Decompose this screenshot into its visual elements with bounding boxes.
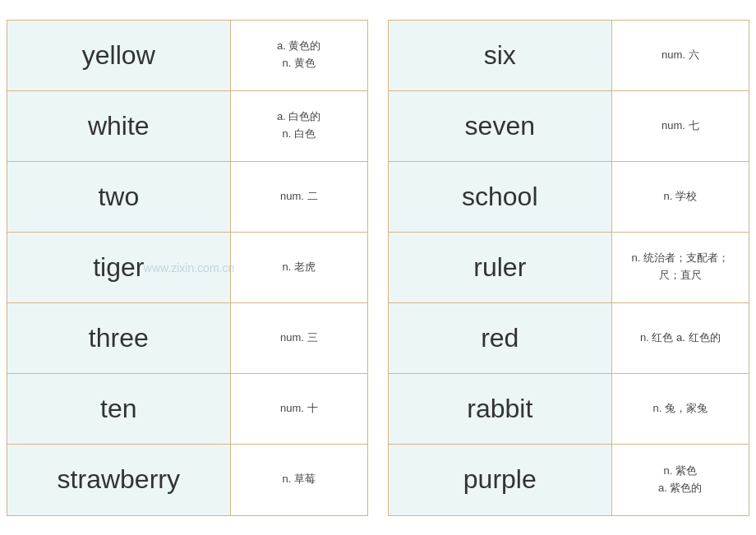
definition-cell: num. 二 bbox=[231, 162, 367, 232]
word-cell: white bbox=[7, 91, 231, 161]
definition-cell: n. 统治者；支配者；尺；直尺 bbox=[612, 233, 749, 302]
definition-cell: n. 老虎 bbox=[231, 233, 367, 302]
definition-text: n. 兔，家兔 bbox=[653, 400, 708, 417]
word-text: three bbox=[89, 323, 149, 353]
definition-text: n. 红色 a. 红色的 bbox=[640, 330, 721, 347]
flashcard-tiger: tigern. 老虎 bbox=[7, 233, 367, 303]
word-cell: two bbox=[7, 162, 231, 232]
definition-cell: n. 草莓 bbox=[231, 445, 367, 515]
flashcard-school: schooln. 学校 bbox=[389, 162, 749, 233]
definition-cell: a. 黄色的n. 黄色 bbox=[231, 21, 367, 90]
word-text: ruler bbox=[473, 252, 526, 283]
word-cell: yellow bbox=[7, 21, 231, 90]
flashcard-purple: purplen. 紫色a. 紫色的 bbox=[389, 445, 749, 515]
definition-cell: n. 紫色a. 紫色的 bbox=[612, 445, 749, 515]
definition-text: n. 统治者；支配者；尺；直尺 bbox=[622, 250, 739, 284]
definition-text: num. 二 bbox=[280, 188, 318, 205]
word-cell: seven bbox=[389, 91, 612, 161]
word-cell: school bbox=[389, 162, 612, 232]
word-cell: rabbit bbox=[389, 374, 612, 444]
flashcard-white: whitea. 白色的n. 白色 bbox=[7, 91, 367, 162]
word-cell: three bbox=[7, 303, 231, 373]
word-cell: red bbox=[389, 303, 612, 373]
flashcard-container: yellowa. 黄色的n. 黄色whitea. 白色的n. 白色twonum.… bbox=[0, 13, 756, 523]
word-cell: tiger bbox=[7, 233, 231, 302]
flashcard-strawberry: strawberryn. 草莓 bbox=[7, 445, 367, 515]
definition-text: n. 学校 bbox=[664, 188, 697, 205]
definition-text: num. 三 bbox=[280, 330, 318, 347]
word-cell: purple bbox=[389, 445, 612, 515]
word-text: ten bbox=[100, 394, 136, 424]
word-text: red bbox=[481, 323, 519, 353]
word-text: yellow bbox=[82, 40, 155, 71]
word-text: six bbox=[484, 40, 516, 71]
flashcard-ruler: rulern. 统治者；支配者；尺；直尺 bbox=[389, 233, 749, 303]
word-text: strawberry bbox=[58, 464, 180, 495]
definition-cell: a. 白色的n. 白色 bbox=[231, 91, 367, 161]
word-text: tiger bbox=[93, 252, 144, 283]
definition-text: num. 七 bbox=[662, 118, 699, 135]
word-cell: ten bbox=[7, 374, 231, 444]
flashcard-yellow: yellowa. 黄色的n. 黄色 bbox=[7, 21, 367, 91]
word-cell: strawberry bbox=[7, 445, 231, 515]
word-text: school bbox=[462, 182, 538, 212]
definition-cell: n. 兔，家兔 bbox=[612, 374, 749, 444]
definition-cell: num. 六 bbox=[612, 21, 749, 90]
definition-cell: n. 红色 a. 红色的 bbox=[612, 303, 749, 373]
word-cell: ruler bbox=[389, 233, 612, 302]
left-column: yellowa. 黄色的n. 黄色whitea. 白色的n. 白色twonum.… bbox=[7, 20, 368, 516]
word-text: rabbit bbox=[467, 394, 532, 424]
word-text: two bbox=[98, 182, 139, 212]
definition-text: a. 黄色的n. 黄色 bbox=[277, 38, 320, 72]
definition-cell: num. 七 bbox=[612, 91, 749, 161]
definition-text: n. 紫色a. 紫色的 bbox=[658, 463, 702, 497]
flashcard-seven: sevennum. 七 bbox=[389, 91, 749, 162]
definition-text: num. 六 bbox=[662, 47, 699, 64]
word-text: seven bbox=[465, 111, 535, 141]
definition-text: n. 草莓 bbox=[283, 471, 316, 488]
flashcard-three: threenum. 三 bbox=[7, 303, 367, 374]
definition-cell: num. 三 bbox=[231, 303, 367, 373]
definition-text: num. 十 bbox=[280, 400, 318, 417]
flashcard-rabbit: rabbitn. 兔，家兔 bbox=[389, 374, 749, 445]
definition-cell: num. 十 bbox=[231, 374, 367, 444]
definition-text: n. 老虎 bbox=[283, 259, 316, 276]
word-text: purple bbox=[463, 464, 537, 495]
flashcard-six: sixnum. 六 bbox=[389, 21, 749, 91]
word-cell: six bbox=[389, 21, 612, 90]
flashcard-red: redn. 红色 a. 红色的 bbox=[389, 303, 749, 374]
right-column: sixnum. 六sevennum. 七schooln. 学校rulern. 统… bbox=[388, 20, 749, 516]
flashcard-ten: tennum. 十 bbox=[7, 374, 367, 445]
definition-cell: n. 学校 bbox=[612, 162, 749, 232]
definition-text: a. 白色的n. 白色 bbox=[277, 108, 320, 143]
word-text: white bbox=[88, 111, 150, 141]
flashcard-two: twonum. 二 bbox=[7, 162, 367, 233]
